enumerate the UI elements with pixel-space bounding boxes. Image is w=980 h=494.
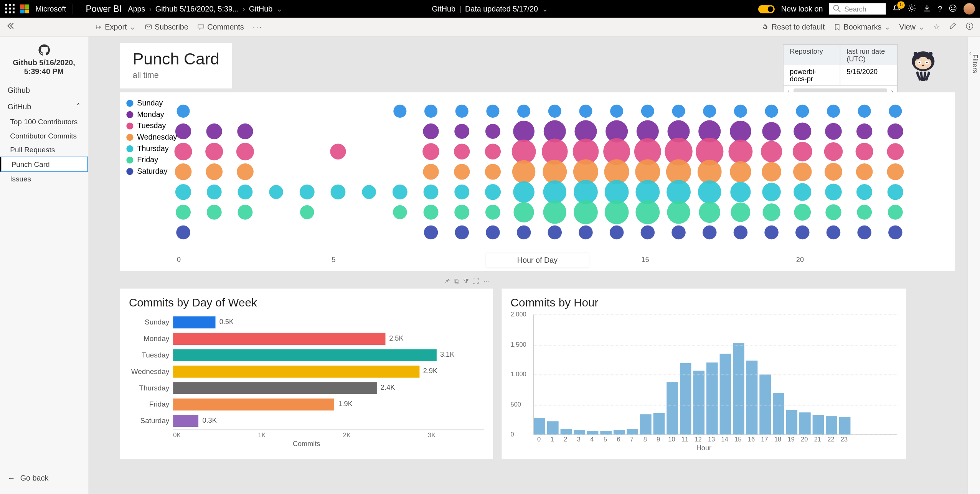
crumb-workspace[interactable]: Github 5/16/2020, 5:39...	[155, 5, 239, 13]
punch-bubble[interactable]	[269, 185, 283, 199]
punch-bubble[interactable]	[888, 184, 903, 200]
punch-bubble[interactable]	[455, 105, 469, 118]
new-look-toggle[interactable]	[758, 5, 775, 13]
punch-bubble[interactable]	[574, 200, 598, 224]
punch-bubble[interactable]	[485, 164, 501, 179]
punch-bubble[interactable]	[300, 205, 314, 219]
app-launcher-icon[interactable]	[5, 4, 15, 14]
punch-bubble[interactable]	[698, 180, 721, 203]
punch-bubble[interactable]	[393, 184, 408, 199]
filters-pane-toggle[interactable]: ‹ Filters	[967, 37, 980, 494]
punch-bubble[interactable]	[794, 204, 811, 221]
legend-item[interactable]: Monday	[126, 110, 177, 119]
bar-row[interactable]: Friday1.9K	[129, 397, 484, 412]
punch-bubble[interactable]	[887, 143, 904, 160]
punch-bubble[interactable]	[543, 180, 566, 203]
punch-bubble[interactable]	[610, 226, 624, 240]
column-bar[interactable]	[600, 431, 612, 435]
punch-bubble[interactable]	[671, 226, 686, 240]
punch-bubble[interactable]	[543, 201, 566, 224]
punch-bubble[interactable]	[513, 121, 535, 142]
punch-bubble[interactable]	[856, 184, 872, 200]
chevron-down-icon[interactable]: ⌄	[276, 5, 282, 13]
punch-bubble[interactable]	[734, 105, 747, 118]
punch-bubble[interactable]	[857, 226, 871, 240]
punch-bubble[interactable]	[641, 105, 654, 118]
punch-bubble[interactable]	[762, 183, 781, 201]
crumb-apps[interactable]: Apps	[128, 5, 145, 13]
punch-bubble[interactable]	[761, 141, 782, 162]
column-bar[interactable]	[534, 418, 545, 435]
column-bar[interactable]	[786, 410, 797, 435]
punch-bubble[interactable]	[236, 143, 254, 160]
punch-bubble[interactable]	[454, 205, 469, 220]
sidebar-item-github-dash[interactable]: Github	[0, 82, 88, 99]
punch-bubble[interactable]	[667, 180, 691, 204]
punch-bubble[interactable]	[856, 143, 873, 160]
punch-bubble[interactable]	[238, 205, 252, 220]
punch-bubble[interactable]	[513, 202, 534, 222]
copy-icon[interactable]: ⧉	[454, 277, 459, 285]
column-bar[interactable]	[839, 417, 851, 435]
punch-bubble[interactable]	[454, 184, 469, 199]
column-bar[interactable]	[746, 361, 758, 435]
punch-bubble[interactable]	[362, 185, 376, 199]
punch-bubble[interactable]	[796, 105, 809, 118]
punch-bubble[interactable]	[857, 205, 872, 220]
punch-bubble[interactable]	[237, 163, 254, 180]
punch-bubble[interactable]	[795, 226, 810, 240]
column-bar[interactable]	[813, 415, 824, 435]
punch-bubble[interactable]	[825, 123, 842, 140]
punch-bubble[interactable]	[730, 121, 751, 142]
sidebar-item-contributor-commits[interactable]: Contributor Commits	[0, 129, 88, 143]
column-bar[interactable]	[561, 429, 572, 435]
punch-bubble[interactable]	[424, 205, 439, 220]
bookmarks-button[interactable]: Bookmarks⌄	[833, 22, 890, 31]
punch-bubble[interactable]	[207, 184, 222, 199]
reset-button[interactable]: Reset to default	[761, 22, 825, 31]
filter-icon[interactable]: ⧩	[463, 277, 469, 285]
punch-bubble[interactable]	[765, 105, 778, 118]
punch-bubble[interactable]	[728, 140, 752, 164]
punch-bubble[interactable]	[889, 105, 902, 118]
punch-bubble[interactable]	[424, 105, 437, 118]
punch-bubble[interactable]	[331, 184, 346, 199]
punch-bubble[interactable]	[207, 205, 222, 220]
punch-bubble[interactable]	[762, 162, 781, 181]
legend-item[interactable]: Tuesday	[126, 121, 177, 130]
punch-bubble[interactable]	[825, 163, 842, 181]
punch-bubble[interactable]	[610, 105, 623, 118]
bar-row[interactable]: Wednesday2.9K	[129, 364, 484, 379]
comments-button[interactable]: Comments	[197, 22, 244, 31]
more-icon[interactable]: ···	[253, 22, 263, 31]
punch-bubble[interactable]	[175, 123, 191, 139]
punch-bubble[interactable]	[330, 144, 346, 160]
sidebar-item-pull-requests[interactable]: Pull Requests	[0, 143, 88, 156]
punch-bubble[interactable]	[485, 124, 500, 139]
column-bar[interactable]	[614, 430, 625, 435]
punch-bubble[interactable]	[424, 184, 439, 199]
punch-bubble[interactable]	[548, 226, 562, 240]
search-input[interactable]: Search	[829, 3, 886, 15]
legend-item[interactable]: Saturday	[126, 167, 177, 176]
column-bar[interactable]	[706, 362, 718, 435]
column-bar[interactable]	[720, 354, 731, 435]
column-bar[interactable]	[773, 393, 784, 435]
column-bar[interactable]	[547, 422, 559, 435]
punch-bubble[interactable]	[512, 140, 536, 164]
feedback-icon[interactable]	[949, 3, 957, 14]
favorite-icon[interactable]: ☆	[933, 22, 940, 31]
punch-bubble[interactable]	[176, 205, 191, 220]
punch-bubble[interactable]	[486, 226, 500, 240]
column-bar[interactable]	[667, 382, 678, 435]
bar-row[interactable]: Thursday2.4K	[129, 380, 484, 395]
sidebar-item-issues[interactable]: Issues	[0, 172, 88, 186]
punch-bubble[interactable]	[422, 143, 439, 160]
column-bar[interactable]	[587, 431, 599, 435]
export-button[interactable]: Export⌄	[95, 22, 136, 31]
punch-bubble[interactable]	[175, 163, 192, 180]
sidebar-item-punch-card[interactable]: Punch Card	[0, 156, 88, 172]
punch-bubble[interactable]	[238, 184, 252, 199]
punch-bubble[interactable]	[423, 123, 439, 139]
bar-row[interactable]: Tuesday3.1K	[129, 347, 484, 363]
